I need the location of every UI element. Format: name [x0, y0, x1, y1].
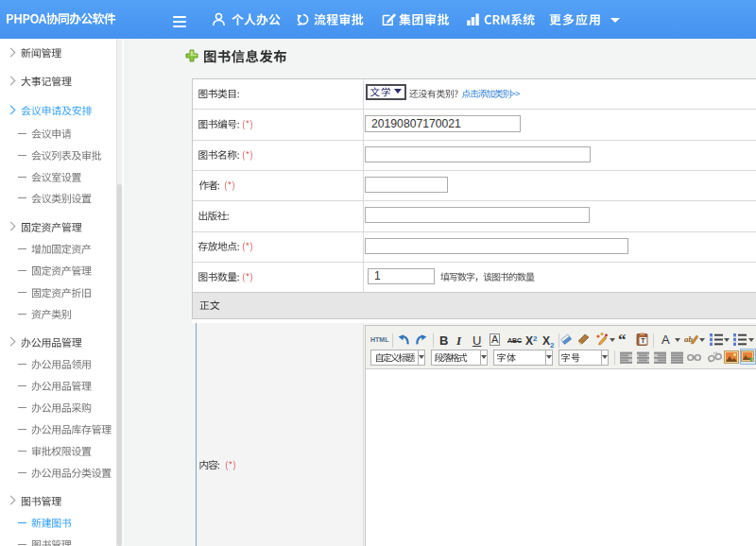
svg-text:T: T	[641, 337, 645, 344]
